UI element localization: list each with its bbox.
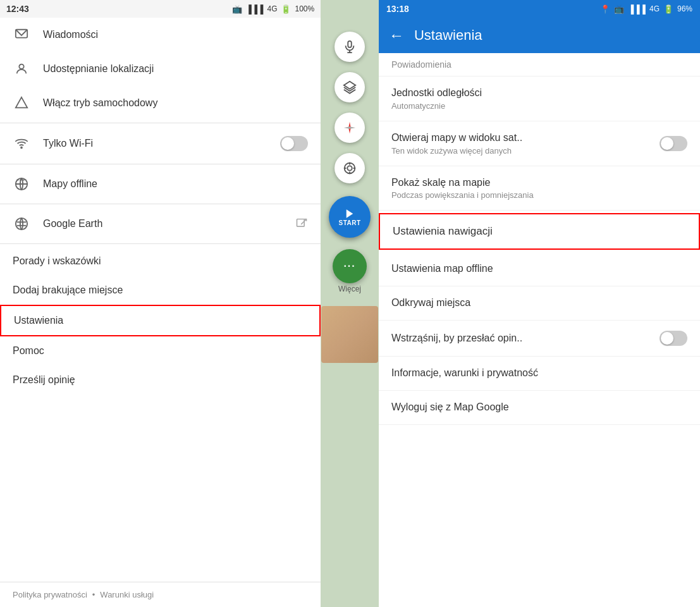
menu-item-google-earth[interactable]: Google Earth bbox=[0, 207, 321, 241]
wifi-only-label: Tylko Wi-Fi bbox=[43, 138, 280, 149]
footer-links: Polityka prywatności • Warunki usługi bbox=[0, 582, 321, 607]
left-panel: 12:43 📺 ▐▐▐ 4G 🔋 100% Wiadomości Udostęp… bbox=[0, 0, 321, 607]
more-label: Więcej bbox=[338, 285, 361, 293]
logout-title: Wyloguj się z Map Google bbox=[391, 401, 687, 414]
signal-right: ▐▐▐ bbox=[628, 4, 646, 14]
battery-percent-left: 100% bbox=[295, 4, 314, 13]
menu-item-car-mode[interactable]: Włącz tryb samochodowy bbox=[0, 86, 321, 120]
svg-point-6 bbox=[16, 218, 27, 230]
network-left: 4G bbox=[267, 4, 277, 13]
more-container: ··· Więcej bbox=[333, 249, 367, 293]
wifi-toggle[interactable] bbox=[280, 136, 308, 151]
battery-right: 🔋 bbox=[663, 4, 673, 14]
google-earth-external bbox=[295, 218, 308, 230]
menu-item-wifi-only[interactable]: Tylko Wi-Fi bbox=[0, 126, 321, 161]
shake-toggle[interactable] bbox=[660, 331, 687, 346]
time-left: 12:43 bbox=[6, 4, 29, 14]
svg-rect-11 bbox=[348, 41, 352, 47]
menu-item-tips[interactable]: Porady i wskazówki bbox=[0, 247, 321, 276]
menu-item-messages[interactable]: Wiadomości bbox=[0, 18, 321, 52]
divider-4 bbox=[0, 243, 321, 244]
google-earth-icon bbox=[13, 217, 30, 231]
settings-item-info-privacy[interactable]: Informacje, warunki i prywatność bbox=[379, 357, 700, 391]
svg-marker-23 bbox=[347, 209, 353, 218]
settings-item-offline-maps[interactable]: Ustawienia map offline bbox=[379, 252, 700, 286]
google-earth-label: Google Earth bbox=[43, 218, 295, 230]
network-right: 4G bbox=[649, 4, 660, 13]
divider-3 bbox=[0, 204, 321, 204]
car-mode-icon bbox=[13, 96, 30, 110]
menu-item-location-sharing[interactable]: Udostępnianie lokalizacji bbox=[0, 52, 321, 86]
maps-icon-right: 📍 bbox=[600, 4, 610, 14]
shake-title: Wstrząśnij, by przesłać opin.. bbox=[391, 332, 653, 345]
car-mode-label: Włącz tryb samochodowy bbox=[43, 97, 308, 109]
privacy-link[interactable]: Polityka prywatności bbox=[13, 590, 87, 599]
right-panel: 13:18 📍 📺 ▐▐▐ 4G 🔋 96% ← Ustawienia Powi… bbox=[379, 0, 700, 607]
menu-item-add-place[interactable]: Dodaj brakujące miejsce bbox=[0, 276, 321, 305]
offline-maps-label: Mapy offline bbox=[43, 178, 308, 190]
wifi-icon bbox=[13, 137, 30, 150]
svg-point-3 bbox=[21, 147, 22, 149]
info-privacy-title: Informacje, warunki i prywatność bbox=[391, 367, 687, 380]
menu-item-offline-maps[interactable]: Mapy offline bbox=[0, 167, 321, 201]
satellite-toggle[interactable] bbox=[660, 136, 687, 151]
menu-list: Wiadomości Udostępnianie lokalizacji Włą… bbox=[0, 18, 321, 582]
messages-label: Wiadomości bbox=[43, 29, 308, 40]
location-sharing-label: Udostępnianie lokalizacji bbox=[43, 63, 308, 75]
footer-dot: • bbox=[92, 590, 95, 599]
navigation-title: Ustawienia nawigacji bbox=[393, 224, 686, 238]
time-right: 13:18 bbox=[386, 4, 409, 14]
back-button[interactable]: ← bbox=[389, 27, 404, 44]
map-thumbnail bbox=[321, 306, 378, 363]
settings-item-distance-units[interactable]: Jednostki odległości Automatycznie bbox=[379, 77, 700, 121]
svg-point-17 bbox=[347, 166, 352, 170]
menu-item-settings[interactable]: Ustawienia bbox=[0, 305, 321, 336]
settings-item-shake[interactable]: Wstrząśnij, by przesłać opin.. bbox=[379, 321, 700, 357]
settings-item-navigation[interactable]: Ustawienia nawigacji bbox=[379, 213, 700, 250]
satellite-sub: Ten widok zużywa więcej danych bbox=[391, 146, 653, 156]
svg-line-10 bbox=[301, 219, 306, 224]
layers-button[interactable] bbox=[335, 72, 365, 102]
offline-maps-icon bbox=[13, 177, 30, 191]
settings-item-scale[interactable]: Pokaż skalę na mapie Podczas powiększani… bbox=[379, 166, 700, 211]
distance-units-sub: Automatycznie bbox=[391, 101, 687, 111]
svg-point-1 bbox=[19, 64, 23, 69]
menu-item-feedback[interactable]: Prześlij opinię bbox=[0, 365, 321, 395]
distance-units-title: Jednostki odległości bbox=[391, 87, 687, 100]
more-button[interactable]: ··· bbox=[333, 249, 367, 283]
divider-2 bbox=[0, 164, 321, 164]
scale-title: Pokaż skalę na mapie bbox=[391, 176, 687, 190]
twitch-icon-left: 📺 bbox=[232, 4, 242, 14]
divider-1 bbox=[0, 123, 321, 123]
satellite-title: Otwieraj mapy w widoku sat.. bbox=[391, 132, 653, 145]
wifi-toggle-container bbox=[280, 136, 308, 151]
discover-title: Odkrywaj miejsca bbox=[391, 297, 687, 310]
settings-header: ← Ustawienia bbox=[379, 18, 700, 53]
location-button[interactable] bbox=[335, 153, 365, 183]
svg-marker-2 bbox=[16, 97, 27, 108]
battery-percent-right: 96% bbox=[677, 4, 692, 13]
settings-item-logout[interactable]: Wyloguj się z Map Google bbox=[379, 391, 700, 425]
terms-link[interactable]: Warunki usługi bbox=[100, 590, 154, 599]
status-bar-left: 12:43 📺 ▐▐▐ 4G 🔋 100% bbox=[0, 0, 321, 18]
scale-sub: Podczas powiększania i pomniejszania bbox=[391, 190, 687, 200]
status-icons-right: 📍 📺 ▐▐▐ 4G 🔋 96% bbox=[600, 4, 692, 14]
offline-maps-settings-title: Ustawienia map offline bbox=[391, 262, 687, 276]
map-strip: START ··· Więcej bbox=[321, 0, 379, 607]
status-bar-right: 13:18 📍 📺 ▐▐▐ 4G 🔋 96% bbox=[379, 0, 700, 18]
twitch-icon-right: 📺 bbox=[614, 4, 624, 14]
svg-marker-16 bbox=[344, 126, 355, 129]
messages-icon bbox=[13, 28, 30, 42]
signal-bars-left: ▐▐▐ bbox=[246, 4, 264, 14]
settings-item-discover[interactable]: Odkrywaj miejsca bbox=[379, 286, 700, 321]
mic-button[interactable] bbox=[335, 32, 365, 62]
settings-item-satellite[interactable]: Otwieraj mapy w widoku sat.. Ten widok z… bbox=[379, 121, 700, 166]
compass-button[interactable] bbox=[335, 113, 365, 143]
menu-item-help[interactable]: Pomoc bbox=[0, 336, 321, 365]
settings-title: Ustawienia bbox=[414, 27, 482, 44]
battery-left: 🔋 bbox=[281, 4, 291, 14]
status-icons-left: 📺 ▐▐▐ 4G 🔋 100% bbox=[232, 4, 314, 14]
settings-list: Jednostki odległości Automatycznie Otwie… bbox=[379, 77, 700, 607]
start-button[interactable]: START bbox=[329, 196, 371, 238]
partial-top-item: Powiadomienia bbox=[379, 53, 700, 77]
